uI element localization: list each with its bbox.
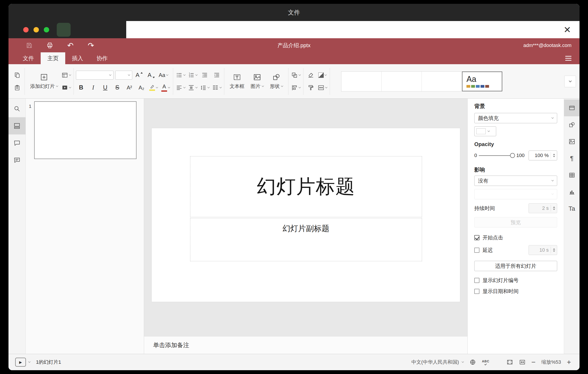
vertical-align-button[interactable] xyxy=(188,83,198,93)
chat-button[interactable] xyxy=(9,152,26,169)
user-avatar[interactable] xyxy=(57,23,71,37)
tab-file[interactable]: 文件 xyxy=(16,52,41,64)
shape-settings-tab[interactable] xyxy=(564,116,580,133)
slide-size-button[interactable] xyxy=(317,83,327,93)
start-slideshow-status-button[interactable]: ▶ xyxy=(15,358,26,367)
comments-button[interactable] xyxy=(9,134,26,152)
stepper-icon[interactable] xyxy=(551,152,555,159)
theme-option-selected[interactable]: Aa xyxy=(462,72,502,91)
align-shape-button[interactable] xyxy=(291,83,301,93)
strikethrough-button[interactable]: S xyxy=(112,83,122,93)
menu-hamburger-icon[interactable] xyxy=(565,52,579,64)
theme-option[interactable] xyxy=(422,72,462,91)
numbered-list-button[interactable]: 123 xyxy=(188,70,198,80)
stepper-icon[interactable] xyxy=(551,205,555,212)
insert-textbox-button[interactable]: 文本框 xyxy=(227,67,248,96)
undo-button[interactable]: ↶ xyxy=(65,41,75,50)
account-label[interactable]: adm***@dootask.com xyxy=(523,43,579,48)
start-on-click-checkbox[interactable]: 开始点击 xyxy=(474,234,557,241)
chevron-down-icon[interactable] xyxy=(462,361,464,363)
preview-button[interactable]: 预览 xyxy=(474,217,557,228)
document-language-button[interactable] xyxy=(469,359,476,365)
tab-collaboration[interactable]: 协作 xyxy=(90,52,114,64)
close-icon[interactable]: ✕ xyxy=(563,25,571,34)
show-date-time-checkbox[interactable]: 显示日期和时间 xyxy=(474,288,557,295)
background-color-select[interactable] xyxy=(474,126,496,136)
fit-slide-button[interactable] xyxy=(506,359,513,365)
print-button[interactable] xyxy=(45,41,55,50)
checkbox-icon[interactable] xyxy=(474,278,479,283)
start-slideshow-button[interactable] xyxy=(61,83,71,93)
checkbox-icon[interactable] xyxy=(474,289,479,294)
clear-style-button[interactable] xyxy=(306,70,316,80)
zoom-out-button[interactable]: − xyxy=(532,359,536,366)
increase-indent-button[interactable] xyxy=(211,70,222,80)
bullet-list-button[interactable] xyxy=(175,70,186,80)
stepper-icon[interactable] xyxy=(551,247,555,253)
slide-fill-color-button[interactable] xyxy=(317,70,327,80)
show-slide-number-checkbox[interactable]: 显示幻灯片编号 xyxy=(474,277,557,284)
paste-button[interactable] xyxy=(12,83,22,93)
spellcheck-button[interactable]: ABC xyxy=(482,360,489,365)
redo-button[interactable]: ↷ xyxy=(86,41,96,50)
slide-surface[interactable]: 幻灯片标题 幻灯片副标题 xyxy=(152,128,460,302)
columns-button[interactable] xyxy=(211,83,222,93)
checkbox-icon[interactable] xyxy=(474,248,479,253)
zoom-in-button[interactable]: + xyxy=(567,359,571,366)
horizontal-align-button[interactable] xyxy=(175,83,186,93)
arrange-shape-button[interactable] xyxy=(291,70,301,80)
copy-style-button[interactable] xyxy=(306,83,316,93)
insert-image-button[interactable]: 图片 xyxy=(248,67,267,96)
notes-area[interactable]: 单击添加备注 xyxy=(144,336,467,354)
font-color-button[interactable]: A xyxy=(160,83,171,93)
slider-knob[interactable] xyxy=(510,153,515,158)
italic-button[interactable]: I xyxy=(88,83,98,93)
increase-font-button[interactable]: A xyxy=(134,70,144,80)
transition-variant-select[interactable] xyxy=(474,189,557,199)
theme-option[interactable] xyxy=(382,72,422,91)
theme-gallery-expand-button[interactable] xyxy=(564,76,576,87)
fullscreen-traffic-light[interactable] xyxy=(44,27,49,33)
table-settings-tab[interactable] xyxy=(564,167,580,183)
delay-input[interactable]: 10 s xyxy=(529,245,557,255)
add-slide-button[interactable]: 添加幻灯片 xyxy=(27,67,61,96)
theme-option[interactable] xyxy=(341,72,382,91)
slide-subtitle-placeholder[interactable]: 幻灯片副标题 xyxy=(190,218,422,261)
close-traffic-light[interactable] xyxy=(23,27,29,33)
search-button[interactable] xyxy=(9,100,26,117)
slide-layout-button[interactable] xyxy=(61,70,71,80)
underline-button[interactable]: U xyxy=(100,83,110,93)
transition-effect-select[interactable]: 没有 xyxy=(474,176,557,186)
copy-button[interactable] xyxy=(12,70,22,80)
apply-to-all-slides-button[interactable]: 适用于所有幻灯片 xyxy=(474,261,557,271)
paragraph-settings-tab[interactable]: ¶ xyxy=(564,150,580,167)
tab-insert[interactable]: 插入 xyxy=(65,52,90,64)
font-name-select[interactable] xyxy=(76,71,114,80)
opacity-input[interactable]: 100 % xyxy=(529,151,557,160)
slide-title-placeholder[interactable]: 幻灯片标题 xyxy=(190,156,422,217)
chart-settings-tab[interactable] xyxy=(564,183,580,200)
image-settings-tab[interactable] xyxy=(564,133,580,150)
insert-shape-button[interactable]: 形状 xyxy=(267,67,286,96)
save-button[interactable] xyxy=(24,41,34,50)
fit-width-button[interactable] xyxy=(519,359,526,365)
font-size-select[interactable] xyxy=(115,71,132,80)
chevron-down-icon[interactable] xyxy=(28,361,31,363)
highlight-color-button[interactable] xyxy=(148,83,159,93)
minimize-traffic-light[interactable] xyxy=(33,27,39,33)
delay-checkbox[interactable]: 延迟 xyxy=(474,247,493,254)
line-spacing-button[interactable] xyxy=(200,83,210,93)
editing-canvas[interactable]: 幻灯片标题 幻灯片副标题 xyxy=(144,99,467,336)
background-fill-select[interactable]: 颜色填充 xyxy=(474,113,557,123)
textart-settings-tab[interactable]: Ta xyxy=(564,200,580,217)
checkbox-checked-icon[interactable] xyxy=(474,235,479,240)
slide-settings-tab[interactable] xyxy=(564,99,580,116)
duration-input[interactable]: 2 s xyxy=(529,203,557,213)
slides-panel-button[interactable] xyxy=(9,117,26,134)
opacity-slider[interactable] xyxy=(479,153,514,158)
subscript-button[interactable]: A₂ xyxy=(136,83,147,93)
superscript-button[interactable]: A² xyxy=(124,83,135,93)
change-case-button[interactable]: Aa xyxy=(158,70,168,80)
tab-home[interactable]: 主页 xyxy=(41,52,65,64)
slide-thumbnail[interactable] xyxy=(34,101,136,159)
